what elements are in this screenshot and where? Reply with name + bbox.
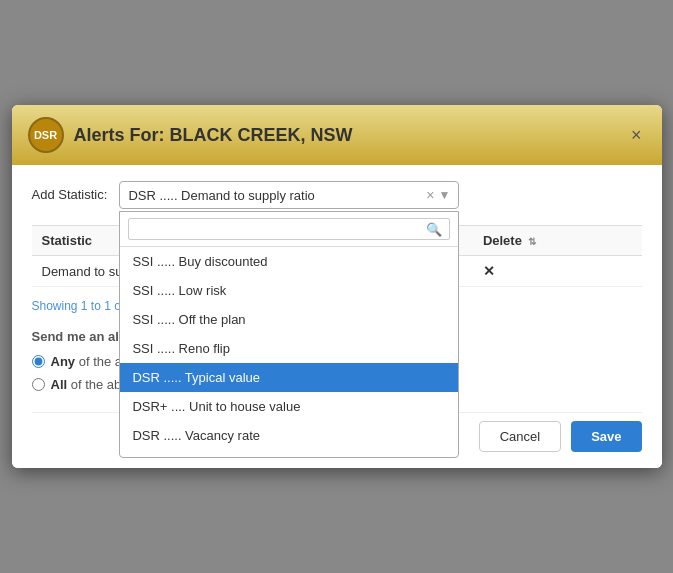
modal-close-button[interactable]: × bbox=[627, 125, 646, 146]
radio-all-input[interactable] bbox=[32, 378, 45, 391]
statistic-select[interactable]: DSR ..... Demand to supply ratio × ▼ bbox=[119, 181, 459, 209]
select-icons: × ▼ bbox=[426, 187, 450, 203]
select-clear-icon[interactable]: × bbox=[426, 187, 434, 203]
table-cell-delete: ✕ bbox=[473, 256, 642, 287]
select-display-text: DSR ..... Demand to supply ratio bbox=[128, 188, 314, 203]
dropdown-item-unit-to-house[interactable]: DSR+ .... Unit to house value bbox=[120, 392, 458, 421]
search-icon: 🔍 bbox=[426, 222, 442, 237]
dropdown-list: SSI ..... Buy discounted SSI ..... Low r… bbox=[120, 247, 458, 457]
save-button[interactable]: Save bbox=[571, 421, 641, 452]
dropdown-search-container: 🔍 bbox=[120, 212, 458, 247]
modal-header-left: DSR Alerts For: BLACK CREEK, NSW bbox=[28, 117, 353, 153]
radio-any-input[interactable] bbox=[32, 355, 45, 368]
dropdown-item-typical-value[interactable]: DSR ..... Typical value bbox=[120, 363, 458, 392]
dsr-logo: DSR bbox=[28, 117, 64, 153]
dropdown-item-reno-flip[interactable]: SSI ..... Reno flip bbox=[120, 334, 458, 363]
dropdown-menu: 🔍 SSI ..... Buy discounted SSI ..... Low… bbox=[119, 211, 459, 458]
dropdown-item-gross-rental[interactable]: DSR ..... Gross rental yield bbox=[120, 450, 458, 457]
dropdown-search-input[interactable] bbox=[128, 218, 450, 240]
dropdown-item-off-the-plan[interactable]: SSI ..... Off the plan bbox=[120, 305, 458, 334]
delete-button[interactable]: ✕ bbox=[483, 263, 495, 279]
dropdown-item-vacancy-rate[interactable]: DSR ..... Vacancy rate bbox=[120, 421, 458, 450]
modal-header: DSR Alerts For: BLACK CREEK, NSW × bbox=[12, 105, 662, 165]
dsr-logo-text: DSR bbox=[34, 129, 57, 141]
dropdown-item-low-risk[interactable]: SSI ..... Low risk bbox=[120, 276, 458, 305]
dropdown-item-buy-discounted[interactable]: SSI ..... Buy discounted bbox=[120, 247, 458, 276]
add-statistic-row: Add Statistic: DSR ..... Demand to suppl… bbox=[32, 181, 642, 209]
modal: DSR Alerts For: BLACK CREEK, NSW × Add S… bbox=[12, 105, 662, 468]
select-arrow-icon: ▼ bbox=[438, 188, 450, 202]
sort-arrows-delete: ⇅ bbox=[528, 236, 536, 247]
statistic-select-wrapper: DSR ..... Demand to supply ratio × ▼ 🔍 S… bbox=[119, 181, 459, 209]
cancel-button[interactable]: Cancel bbox=[479, 421, 561, 452]
add-statistic-label: Add Statistic: bbox=[32, 181, 108, 202]
modal-title: Alerts For: BLACK CREEK, NSW bbox=[74, 125, 353, 146]
col-delete[interactable]: Delete ⇅ bbox=[473, 226, 642, 256]
modal-body: Add Statistic: DSR ..... Demand to suppl… bbox=[12, 165, 662, 468]
